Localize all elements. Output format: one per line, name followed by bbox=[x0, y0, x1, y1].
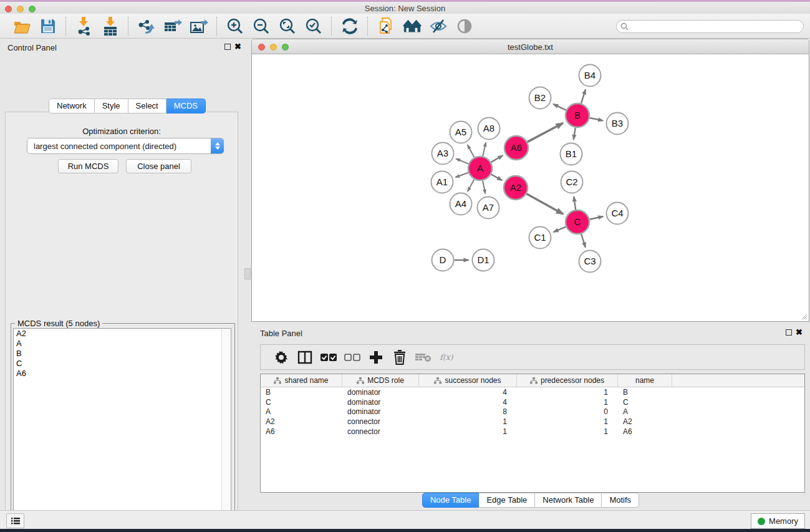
table-cell[interactable]: 8 bbox=[419, 407, 517, 416]
search-field[interactable] bbox=[616, 20, 804, 33]
export-image-icon[interactable] bbox=[190, 17, 208, 36]
table-cell[interactable]: 4 bbox=[419, 398, 517, 407]
edge-B-B1[interactable] bbox=[574, 128, 576, 140]
node-C2[interactable]: C2 bbox=[561, 172, 583, 193]
criterion-dropdown[interactable]: largest connected component (directed) bbox=[27, 138, 224, 154]
tab-network[interactable]: Network bbox=[49, 99, 95, 114]
network-canvas[interactable]: B4B2BB3A8A5A6A3B1AA1C2A2A4A7C4CC1C3DD1 bbox=[251, 54, 809, 322]
network-window-title-bar[interactable]: testGlobe.txt bbox=[251, 39, 809, 54]
edge-A2-C[interactable] bbox=[526, 194, 563, 215]
resize-grip-icon[interactable] bbox=[800, 312, 808, 320]
node-C3[interactable]: C3 bbox=[579, 251, 601, 273]
export-table-icon[interactable] bbox=[163, 17, 182, 36]
add-column-icon[interactable] bbox=[368, 349, 384, 365]
node-D1[interactable]: D1 bbox=[473, 249, 494, 271]
hide-selected-icon[interactable] bbox=[429, 17, 448, 36]
table-row[interactable]: A6connector11A6 bbox=[261, 427, 804, 437]
table-cell[interactable]: dominator bbox=[342, 407, 419, 416]
table-cell[interactable]: 1 bbox=[419, 427, 517, 436]
node-A6[interactable]: A6 bbox=[504, 136, 528, 160]
network-graph[interactable]: B4B2BB3A8A5A6A3B1AA1C2A2A4A7C4CC1C3DD1 bbox=[252, 54, 809, 321]
mcds-result-list[interactable]: A2ABCA6 bbox=[13, 328, 231, 532]
result-item[interactable]: A6 bbox=[14, 369, 231, 379]
edge-A-A1[interactable] bbox=[456, 173, 469, 177]
zoom-in-icon[interactable] bbox=[226, 17, 244, 36]
deselect-all-icon[interactable] bbox=[344, 349, 360, 365]
table-cell[interactable]: C bbox=[618, 398, 672, 407]
table-cell[interactable]: A2 bbox=[618, 417, 672, 426]
delete-column-icon[interactable] bbox=[392, 349, 408, 365]
edge-A-A8[interactable] bbox=[483, 142, 486, 156]
task-history-button[interactable] bbox=[6, 513, 24, 528]
edge-A-A2[interactable] bbox=[491, 175, 503, 181]
table-cell[interactable]: dominator bbox=[342, 388, 419, 397]
table-cell[interactable]: 4 bbox=[419, 388, 517, 397]
edge-C-C3[interactable] bbox=[581, 234, 586, 248]
table-row[interactable]: A2connector11A2 bbox=[261, 417, 804, 427]
result-item[interactable]: A2 bbox=[14, 329, 231, 339]
result-item[interactable]: C bbox=[14, 359, 231, 369]
close-panel-button[interactable]: Close panel bbox=[126, 159, 191, 173]
table-cell[interactable]: 1 bbox=[517, 398, 618, 407]
table-cell[interactable]: 1 bbox=[517, 388, 618, 397]
column-header-MCDS-role[interactable]: MCDS role bbox=[342, 374, 419, 387]
table-float-panel-icon[interactable] bbox=[786, 329, 792, 336]
refresh-layout-icon[interactable] bbox=[340, 17, 359, 36]
edge-A-A4[interactable] bbox=[468, 180, 475, 191]
table-cell[interactable]: 1 bbox=[517, 427, 618, 436]
table-cell[interactable]: A6 bbox=[261, 427, 342, 436]
node-C1[interactable]: C1 bbox=[529, 227, 551, 249]
edge-B-B3[interactable] bbox=[590, 118, 603, 120]
table-cell[interactable]: connector bbox=[342, 427, 419, 436]
node-B4[interactable]: B4 bbox=[579, 65, 601, 87]
open-file-icon[interactable] bbox=[12, 17, 31, 36]
table-cell[interactable]: A bbox=[261, 407, 342, 416]
splitter-handle[interactable] bbox=[244, 268, 251, 279]
edge-B-B4[interactable] bbox=[581, 89, 586, 104]
first-neighbors-icon[interactable] bbox=[403, 17, 422, 36]
table-cell[interactable]: 1 bbox=[517, 417, 618, 426]
table-cell[interactable]: B bbox=[261, 388, 342, 397]
export-network-icon[interactable] bbox=[137, 17, 156, 36]
tab-network-table[interactable]: Network Table bbox=[535, 493, 602, 508]
memory-button[interactable]: Memory bbox=[751, 513, 805, 529]
table-cell[interactable]: B bbox=[618, 388, 672, 397]
table-cell[interactable]: A2 bbox=[261, 417, 342, 426]
clone-network-icon[interactable] bbox=[377, 17, 395, 36]
node-D[interactable]: D bbox=[432, 249, 454, 271]
tab-style[interactable]: Style bbox=[95, 99, 128, 114]
node-B1[interactable]: B1 bbox=[561, 143, 582, 165]
save-session-icon[interactable] bbox=[39, 17, 57, 36]
tab-motifs[interactable]: Motifs bbox=[602, 493, 639, 508]
table-cell[interactable]: C bbox=[261, 398, 342, 407]
tab-select[interactable]: Select bbox=[128, 99, 166, 114]
edge-C-C1[interactable] bbox=[554, 227, 566, 232]
node-B3[interactable]: B3 bbox=[607, 113, 629, 135]
table-cell[interactable]: A bbox=[618, 407, 672, 416]
close-panel-icon[interactable]: ✖ bbox=[234, 42, 241, 51]
table-row[interactable]: Bdominator41B bbox=[261, 387, 804, 397]
edge-A6-B[interactable] bbox=[528, 123, 563, 142]
column-header-shared-name[interactable]: shared name bbox=[261, 374, 342, 387]
edge-A-A6[interactable] bbox=[491, 155, 503, 162]
table-cell[interactable]: A6 bbox=[618, 427, 672, 436]
node-A5[interactable]: A5 bbox=[450, 122, 472, 143]
table-cell[interactable]: 0 bbox=[517, 407, 618, 416]
result-item[interactable]: A bbox=[14, 339, 231, 349]
table-cell[interactable]: 1 bbox=[419, 417, 517, 426]
node-A2[interactable]: A2 bbox=[504, 176, 528, 200]
zoom-out-icon[interactable] bbox=[252, 17, 271, 36]
table-cell[interactable]: dominator bbox=[342, 398, 419, 407]
edge-A-A3[interactable] bbox=[456, 159, 468, 164]
result-list-scrollbar[interactable] bbox=[221, 329, 230, 532]
node-C[interactable]: C bbox=[566, 210, 589, 234]
zoom-fit-icon[interactable] bbox=[278, 17, 297, 36]
edge-A-A7[interactable] bbox=[483, 181, 485, 194]
run-mcds-button[interactable]: Run MCDS bbox=[58, 159, 118, 173]
vertical-splitter[interactable] bbox=[243, 39, 251, 510]
select-all-icon[interactable] bbox=[321, 349, 337, 365]
edge-C-C4[interactable] bbox=[590, 216, 604, 220]
node-A7[interactable]: A7 bbox=[478, 197, 499, 219]
table-cell[interactable]: connector bbox=[342, 417, 419, 426]
edge-A-A5[interactable] bbox=[468, 145, 475, 157]
